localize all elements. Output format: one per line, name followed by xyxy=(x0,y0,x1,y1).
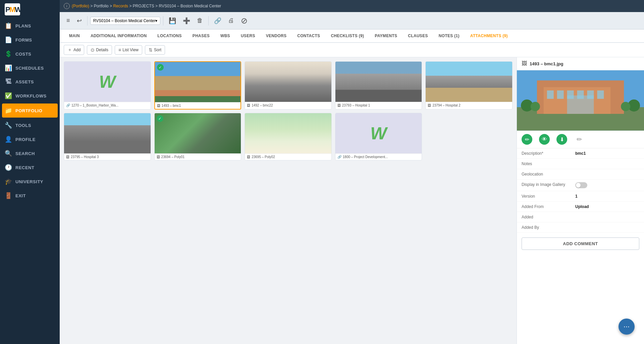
sidebar-item-label: PLANS xyxy=(15,23,31,28)
img-type-icon xyxy=(247,155,250,159)
sidebar-item-tools[interactable]: 🔧 TOOLS xyxy=(0,118,60,132)
tab-vendors[interactable]: VENDORS xyxy=(261,29,292,43)
sidebar-item-schedules[interactable]: 📊 SCHEDULES xyxy=(0,61,60,75)
tools-icon: 🔧 xyxy=(5,122,12,129)
gallery-thumb-23793 xyxy=(335,62,422,102)
sidebar-item-forms[interactable]: 📄 FORMS xyxy=(0,33,60,47)
breadcrumb-records-link[interactable]: Records xyxy=(113,4,128,8)
save-button[interactable]: 💾 xyxy=(166,16,179,26)
gallery-label-23695: 23695 – Poly02 xyxy=(245,153,331,160)
sort-button[interactable]: ⇅ Sort xyxy=(145,45,165,55)
sidebar-item-search[interactable]: 🔍 SEARCH xyxy=(0,146,60,160)
sidebar-item-plans[interactable]: 📋 PLANS xyxy=(0,19,60,33)
fab-button[interactable]: ··· xyxy=(619,319,635,335)
gallery-item-23795[interactable]: 23795 – Hospital 3 xyxy=(64,113,151,160)
svg-rect-13 xyxy=(597,90,604,99)
link-type-icon xyxy=(337,155,341,159)
gallery-item-1492[interactable]: 1492 – bmc22 xyxy=(245,61,332,110)
gallery-item-1493[interactable]: ✓ 1493 – bmc1 xyxy=(154,61,241,110)
list-icon: ≡ xyxy=(118,47,121,53)
panel-actions: ✏ 👁 ⬇ ✏ xyxy=(517,131,644,148)
gallery-item-23694[interactable]: ✓ 23694 – Poly01 xyxy=(154,113,241,160)
tab-payments[interactable]: PAYMENTS xyxy=(369,29,402,43)
tab-main[interactable]: MAIN xyxy=(64,29,85,43)
gallery-item-1270[interactable]: W 1270 – 1_Boston_Harbor_Wa... xyxy=(64,61,151,110)
notes-field: Notes xyxy=(517,159,644,169)
tabs: MAIN ADDITIONAL INFORMATION LOCATIONS PH… xyxy=(60,29,644,43)
toolbar-separator-1 xyxy=(87,16,88,25)
add-attachment-button[interactable]: ＋ Add xyxy=(64,45,84,55)
breadcrumb-portfolio-link[interactable]: (Portfolio) xyxy=(72,4,89,8)
tab-locations[interactable]: LOCATIONS xyxy=(152,29,187,43)
panel-image xyxy=(517,70,644,131)
sidebar-item-university[interactable]: 🎓 UNIVERSITY xyxy=(0,175,60,189)
gallery-item-code: 1270 – 1_Boston_Harbor_Wa... xyxy=(71,104,118,107)
view-action-button[interactable]: 👁 xyxy=(539,134,550,145)
actionbar: ＋ Add ⊙ Details ≡ List View ⇅ Sort xyxy=(60,43,644,57)
details-button[interactable]: ⊙ Details xyxy=(87,45,112,55)
tab-clauses[interactable]: CLAUSES xyxy=(402,29,433,43)
sidebar-item-costs[interactable]: 💲 COSTS xyxy=(0,47,60,61)
gallery-item-23793[interactable]: 23793 – Hospital 1 xyxy=(335,61,422,110)
add-button[interactable]: ➕ xyxy=(180,16,193,26)
gallery-thumb-1493 xyxy=(155,62,241,102)
sidebar-item-recent[interactable]: 🕐 RECENT xyxy=(0,160,60,175)
gallery-item-1800[interactable]: W 1800 – Project Development... xyxy=(335,113,422,160)
breadcrumb: (Portfolio) > Portfolio > Records > PROJ… xyxy=(72,4,221,8)
portfolio-icon: 📁 xyxy=(5,107,12,114)
toggle-button[interactable]: ⊘ xyxy=(238,15,250,27)
panel-title: 1493 – bmc1.jpg xyxy=(530,61,563,66)
added-by-label: Added By xyxy=(522,225,575,230)
version-label: Version xyxy=(522,194,575,199)
gallery-grid: W 1270 – 1_Boston_Harbor_Wa... ✓ 1493 – … xyxy=(64,61,513,160)
add-comment-button[interactable]: ADD COMMENT xyxy=(522,237,639,250)
sidebar-item-workflows[interactable]: ✅ WORKFLOWS xyxy=(0,89,60,103)
panel-image-svg xyxy=(517,70,644,131)
delete-button[interactable]: 🗑 xyxy=(194,16,206,25)
gallery-label-1270: 1270 – 1_Boston_Harbor_Wa... xyxy=(64,102,151,109)
description-value: bmc1 xyxy=(575,151,586,156)
sidebar-item-label: SEARCH xyxy=(15,151,35,156)
tab-additional-information[interactable]: ADDITIONAL INFORMATION xyxy=(85,29,152,43)
tab-checklists[interactable]: CHECKLISTS (9) xyxy=(325,29,369,43)
gallery-item-23794[interactable]: 23794 – Hospital 2 xyxy=(425,61,513,110)
tab-phases[interactable]: PHASES xyxy=(187,29,215,43)
undo-button[interactable]: ↩ xyxy=(74,16,85,26)
tab-users[interactable]: USERS xyxy=(235,29,261,43)
gallery-item-23695[interactable]: 23695 – Poly02 xyxy=(245,113,332,160)
sidebar-item-label: PORTFOLIO xyxy=(15,108,42,113)
img-type-icon xyxy=(428,104,431,107)
menu-button[interactable]: ≡ xyxy=(64,16,73,25)
gallery-label-23694: 23694 – Poly01 xyxy=(155,153,241,160)
added-from-label: Added From xyxy=(522,204,575,209)
forms-icon: 📄 xyxy=(5,36,12,44)
sidebar-item-profile[interactable]: 👤 PROFILE xyxy=(0,132,60,146)
exit-icon: 🚪 xyxy=(5,192,12,199)
gallery-item-code: 1493 – bmc1 xyxy=(162,104,181,108)
edit-action-button[interactable]: ✏ xyxy=(522,134,532,145)
geolocation-field: Geolocation xyxy=(517,169,644,180)
sidebar-item-label: FORMS xyxy=(15,38,32,43)
tab-contacts[interactable]: CONTACTS xyxy=(292,29,325,43)
print-button[interactable]: 🖨 xyxy=(225,16,237,25)
recent-icon: 🕐 xyxy=(5,164,12,171)
search-icon: 🔍 xyxy=(5,150,12,157)
info-icon[interactable]: i xyxy=(64,3,70,9)
display-gallery-toggle[interactable] xyxy=(575,182,587,188)
sidebar-item-exit[interactable]: 🚪 EXIT xyxy=(0,189,60,203)
record-dropdown[interactable]: RVS0104 – Boston Medical Center ▾ xyxy=(90,17,161,25)
tab-notes[interactable]: NOTES (1) xyxy=(433,29,465,43)
link-button[interactable]: 🔗 xyxy=(211,16,224,26)
more-action-button[interactable]: ✏ xyxy=(574,134,585,145)
record-dropdown-value: RVS0104 – Boston Medical Center xyxy=(93,18,156,23)
sidebar-item-portfolio[interactable]: 📁 PORTFOLIO xyxy=(2,104,58,118)
costs-icon: 💲 xyxy=(5,50,12,58)
gallery-item-code: 23795 – Hospital 3 xyxy=(71,155,99,159)
img-type-icon xyxy=(247,104,250,107)
tab-wbs[interactable]: WBS xyxy=(215,29,235,43)
list-view-button[interactable]: ≡ List View xyxy=(115,45,142,55)
download-action-button[interactable]: ⬇ xyxy=(556,134,567,145)
sidebar-item-assets[interactable]: 🏗 ASSETS xyxy=(0,75,60,89)
gallery-label-23795: 23795 – Hospital 3 xyxy=(64,153,151,160)
tab-attachments[interactable]: ATTACHMENTS (9) xyxy=(465,29,513,43)
